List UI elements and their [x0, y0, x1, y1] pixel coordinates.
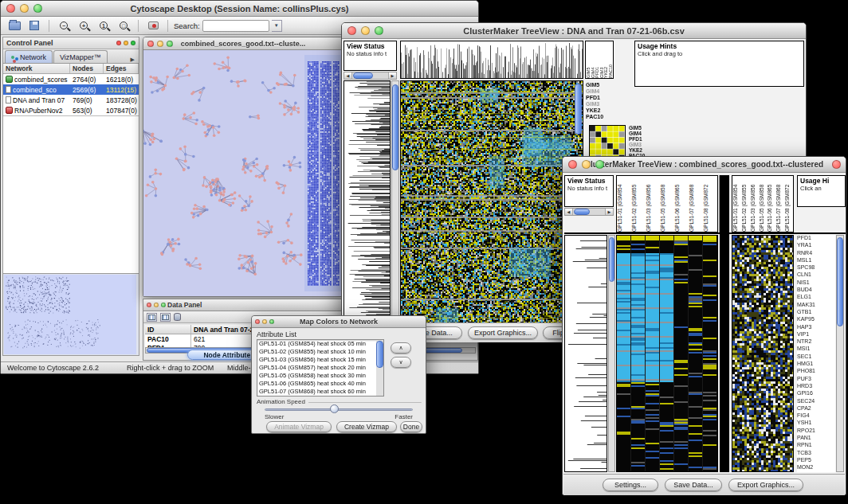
gene-label[interactable]: GPI16	[797, 390, 835, 397]
gene-label[interactable]: YKE2	[586, 107, 616, 114]
maximize-icon[interactable]	[161, 303, 166, 307]
maximize-icon[interactable]	[375, 26, 383, 35]
settings-button[interactable]: Settings...	[603, 479, 658, 491]
gene-label[interactable]: VIP1	[797, 331, 835, 338]
panel-max-icon[interactable]	[131, 41, 135, 45]
attribute-select-icon[interactable]	[147, 313, 157, 322]
gene-label[interactable]: NIS1	[797, 279, 835, 287]
gene-label[interactable]: MSI1	[797, 346, 835, 353]
move-down-button[interactable]: ∨	[391, 357, 411, 368]
gene-label[interactable]: MSL1	[797, 257, 835, 264]
scroll-right-icon[interactable]: ▶	[605, 209, 613, 215]
gene-label[interactable]: RPN1	[797, 442, 835, 449]
gene-label[interactable]: RNR4	[797, 250, 835, 257]
control-panel-header[interactable]: Control Panel	[3, 37, 139, 49]
heatmap-main[interactable]	[400, 80, 583, 332]
attribute-item[interactable]: GPL51-05 (GSM858) heat shock 30 min	[257, 372, 383, 380]
gene-label[interactable]: SEC24	[797, 398, 835, 405]
gene-label[interactable]: PAN1	[797, 435, 835, 442]
export-graphics-button[interactable]: Export Graphics...	[728, 479, 803, 491]
gene-label[interactable]: SPC98	[797, 264, 835, 272]
gene-label[interactable]: HMG1	[797, 361, 835, 368]
maximize-icon[interactable]	[167, 41, 173, 47]
close-icon[interactable]	[147, 303, 151, 307]
panel-close-icon[interactable]	[116, 41, 121, 45]
scroll-left-icon[interactable]: ◀	[565, 209, 573, 215]
row-dendrogram[interactable]	[564, 235, 607, 472]
gene-label[interactable]: FIG4	[797, 412, 835, 420]
attribute-store-icon[interactable]	[174, 313, 181, 321]
gene-label[interactable]: PAC10	[586, 114, 616, 120]
close-icon[interactable]	[568, 160, 577, 169]
gene-label[interactable]: KAP95	[797, 316, 835, 323]
gene-label[interactable]: NTR2	[797, 338, 835, 346]
network-row[interactable]: DNA and Tran 07 769(0) 183728(0)	[3, 95, 139, 105]
gene-label[interactable]: CPA2	[797, 405, 835, 412]
tab-overflow-icon[interactable]: ▶	[127, 57, 139, 63]
gene-list-vscrollbar[interactable]	[836, 235, 844, 472]
gene-label[interactable]: MON2	[797, 464, 835, 471]
header-edges[interactable]: Edges	[104, 64, 139, 73]
minimize-icon[interactable]	[154, 303, 159, 307]
attribute-listbox[interactable]: GPL51-01 (GSM854) heat shock 05 minGPL51…	[257, 339, 384, 397]
close-icon[interactable]	[6, 4, 15, 13]
gene-label[interactable]: HRD3	[797, 383, 835, 390]
zoom-out-button[interactable]: −	[55, 18, 73, 33]
maximize-icon[interactable]	[595, 160, 604, 169]
attribute-item[interactable]: GPL51-04 (GSM857) heat shock 20 min	[257, 364, 383, 372]
open-session-button[interactable]	[6, 18, 23, 33]
minimize-icon[interactable]	[361, 26, 370, 35]
save-data-button[interactable]: Save Data...	[665, 479, 722, 491]
treeview1-titlebar[interactable]: ClusterMaker TreeView : DNA and Tran 07-…	[342, 23, 806, 39]
gene-label[interactable]: GTB1	[797, 309, 835, 316]
scroll-right-icon[interactable]: ▶	[388, 72, 396, 79]
gene-label[interactable]: PHO81	[797, 368, 835, 375]
dendrogram-vscrollbar[interactable]	[391, 80, 399, 332]
col-id[interactable]: ID	[145, 325, 191, 334]
dialog-titlebar[interactable]: Map Colors to Network	[252, 316, 426, 328]
close-icon[interactable]	[347, 26, 356, 35]
attribute-item[interactable]: GPL51-01 (GSM854) heat shock 05 min	[257, 340, 383, 348]
close-icon[interactable]	[255, 319, 260, 324]
export-graphics-button[interactable]: Export Graphics...	[468, 326, 538, 339]
gene-label[interactable]: PFD1	[797, 235, 835, 242]
gene-label[interactable]: PUF3	[797, 376, 835, 383]
attribute-item[interactable]: GPL51-06 (GSM865) heat shock 40 min	[257, 380, 383, 388]
tab-network[interactable]: Network	[5, 50, 53, 63]
header-network[interactable]: Network	[3, 64, 70, 73]
minimize-icon[interactable]	[262, 319, 267, 324]
attribute-item[interactable]: GPL51-02 (GSM855) heat shock 10 min	[257, 348, 383, 356]
header-nodes[interactable]: Nodes	[70, 64, 104, 73]
save-session-button[interactable]	[26, 18, 43, 33]
network-overview-canvas[interactable]	[4, 275, 136, 354]
search-dropdown-icon[interactable]: ▼	[272, 20, 282, 32]
zoom-fit-button[interactable]: □	[115, 18, 132, 33]
search-input[interactable]	[202, 20, 269, 32]
gene-label[interactable]: PEP5	[797, 457, 835, 464]
gene-label[interactable]: MAK31	[797, 302, 835, 309]
scroll-left-icon[interactable]: ◀	[344, 72, 352, 79]
create-vizmap-button[interactable]: Create Vizmap	[336, 421, 397, 432]
gene-label[interactable]: PFD1	[586, 95, 616, 101]
zoom-in-button[interactable]: +	[75, 18, 92, 33]
minimize-icon[interactable]	[157, 41, 163, 47]
attribute-item[interactable]: GPL51-03 (GSM856) heat shock 15 min	[257, 356, 383, 364]
gene-label[interactable]: HAP3	[797, 324, 835, 331]
heatmap-zoom[interactable]	[732, 235, 794, 472]
close-icon-right[interactable]	[832, 160, 841, 169]
listbox-vscrollbar[interactable]	[376, 340, 383, 396]
gene-label[interactable]: RPO21	[797, 428, 835, 435]
attribute-item[interactable]: GPL51-07 (GSM868) heat shock 60 min	[257, 388, 383, 396]
move-up-button[interactable]: ∧	[391, 342, 411, 354]
zoom-one-to-one-button[interactable]: 1	[95, 18, 112, 33]
close-icon[interactable]	[147, 41, 154, 47]
network-overview[interactable]	[3, 273, 139, 355]
gene-label[interactable]: GIM4	[586, 88, 616, 95]
treeview2-titlebar[interactable]: ClusterMaker TreeView : combined_scores_…	[563, 157, 846, 173]
gene-label[interactable]: CLN1	[797, 272, 835, 279]
column-dendrogram[interactable]	[400, 41, 583, 79]
maximize-icon[interactable]	[33, 4, 42, 13]
snapshot-button[interactable]	[144, 18, 162, 33]
gene-label[interactable]: TCB3	[797, 450, 835, 457]
heatmap-main[interactable]	[616, 235, 718, 472]
